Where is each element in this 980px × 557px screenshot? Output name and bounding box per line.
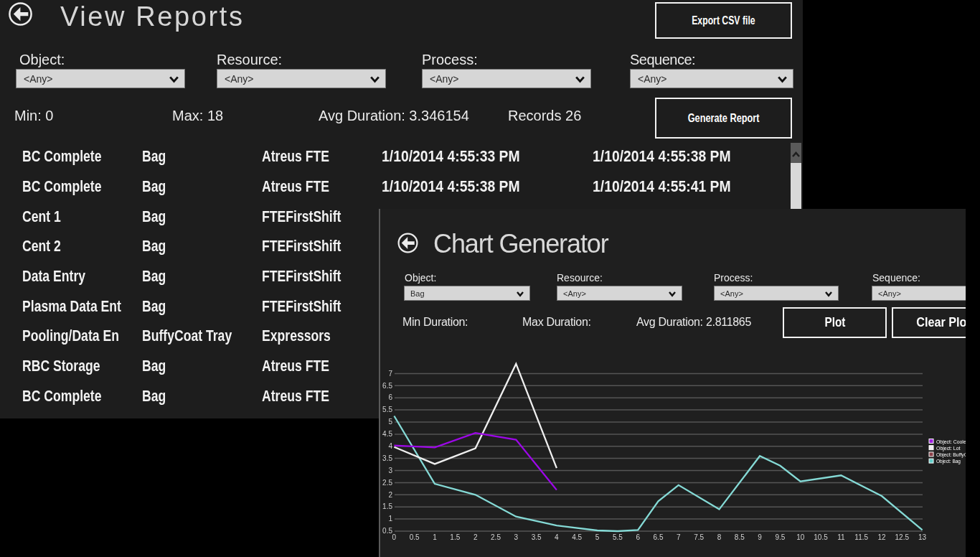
svg-text:1: 1	[388, 515, 392, 523]
svg-text:4.5: 4.5	[572, 533, 582, 541]
svg-text:0: 0	[392, 533, 397, 541]
svg-text:6: 6	[636, 533, 640, 541]
svg-text:2: 2	[473, 533, 478, 541]
svg-text:5: 5	[595, 533, 600, 541]
svg-text:13: 13	[918, 533, 927, 541]
svg-text:8.5: 8.5	[735, 533, 745, 541]
svg-text:10: 10	[796, 533, 805, 541]
svg-text:7.5: 7.5	[694, 533, 704, 541]
svg-text:9: 9	[758, 533, 762, 541]
svg-text:Object: Lot: Object: Lot	[936, 445, 961, 451]
svg-text:5.5: 5.5	[382, 406, 392, 413]
svg-text:1.5: 1.5	[382, 502, 392, 510]
svg-text:6.5: 6.5	[654, 533, 664, 541]
svg-text:10.5: 10.5	[814, 533, 828, 541]
svg-text:7: 7	[388, 370, 392, 378]
svg-text:7: 7	[677, 533, 681, 541]
svg-text:2.5: 2.5	[382, 479, 392, 487]
svg-text:12: 12	[877, 533, 886, 541]
svg-text:11.5: 11.5	[854, 533, 868, 541]
svg-text:5: 5	[388, 418, 392, 426]
svg-text:4: 4	[388, 442, 392, 450]
svg-text:1.5: 1.5	[450, 533, 460, 541]
svg-text:8: 8	[717, 533, 722, 541]
svg-text:4.5: 4.5	[382, 430, 392, 438]
svg-text:3: 3	[388, 467, 392, 474]
svg-text:3: 3	[514, 533, 519, 541]
svg-text:3.5: 3.5	[532, 533, 542, 541]
svg-text:Object: Bag: Object: Bag	[936, 458, 961, 464]
svg-text:4: 4	[555, 533, 559, 541]
svg-text:6.5: 6.5	[382, 382, 392, 390]
svg-text:5.5: 5.5	[613, 533, 623, 541]
svg-text:2: 2	[388, 491, 392, 499]
svg-text:6: 6	[388, 393, 392, 401]
svg-text:2.5: 2.5	[491, 533, 501, 541]
svg-text:1: 1	[433, 533, 437, 541]
svg-text:11: 11	[837, 533, 845, 541]
svg-text:Object: BuffyCoat: Object: BuffyCoat	[936, 451, 966, 458]
svg-text:0.5: 0.5	[410, 533, 420, 541]
svg-text:0.5: 0.5	[382, 527, 392, 535]
svg-text:9.5: 9.5	[775, 533, 785, 541]
svg-text:Object: Cooler: Object: Cooler	[936, 439, 966, 445]
svg-text:12.5: 12.5	[895, 533, 910, 541]
svg-text:3.5: 3.5	[382, 454, 392, 462]
